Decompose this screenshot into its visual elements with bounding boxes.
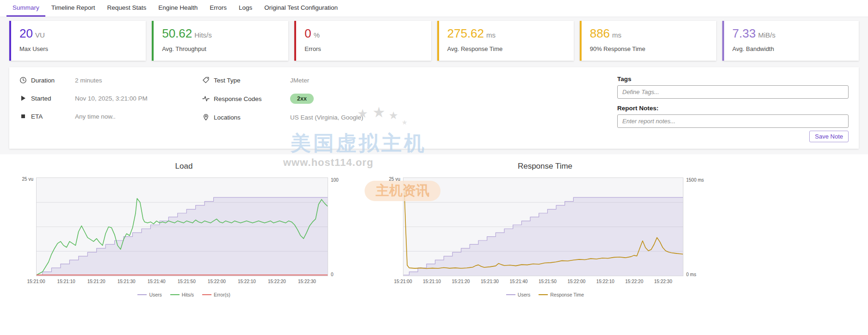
report-notes-input[interactable] xyxy=(617,114,849,128)
card-unit: % xyxy=(314,31,320,39)
tab-engine-health[interactable]: Engine Health xyxy=(152,0,204,17)
load-y-axis-left: 25 vu xyxy=(14,177,36,277)
card-avg-bandwidth: 7.33MiB/s Avg. Bandwidth xyxy=(722,21,859,61)
card-90pct-response-time: 886ms 90% Response Time xyxy=(580,21,716,61)
test-type-value: JMeter xyxy=(290,77,309,84)
x-tick-label: 15:21:50 xyxy=(178,279,196,284)
test-info-panel: Duration 2 minutes Started Nov 10, 2025,… xyxy=(9,67,859,149)
tab-timeline-report[interactable]: Timeline Report xyxy=(45,0,101,17)
clock-icon xyxy=(19,76,27,84)
card-label: 90% Response Time xyxy=(590,45,708,52)
card-label: Avg. Throughput xyxy=(162,45,280,52)
x-tick-label: 15:22:30 xyxy=(654,279,672,284)
tab-summary[interactable]: Summary xyxy=(6,0,45,17)
card-unit: ms xyxy=(612,31,621,39)
tab-errors[interactable]: Errors xyxy=(204,0,233,17)
duration-row: Duration 2 minutes xyxy=(19,76,202,85)
legend-swatch xyxy=(506,294,515,295)
legend-swatch xyxy=(137,294,147,295)
response-x-axis: 15:21:0015:21:1015:21:2015:21:3015:21:40… xyxy=(403,279,683,285)
legend-item-response-time[interactable]: Response Time xyxy=(539,292,584,297)
card-errors: 0% Errors xyxy=(294,21,431,61)
card-label: Max Users xyxy=(19,45,137,52)
response-y-axis-right: 1500 ms 0 ms xyxy=(683,177,709,277)
report-tabbar: Summary Timeline Report Request Stats En… xyxy=(0,0,868,17)
load-chart-title: Load xyxy=(14,162,354,171)
card-value: 275.62 xyxy=(447,26,484,40)
report-notes-label: Report Notes: xyxy=(617,105,849,112)
started-row: Started Nov 10, 2025, 3:21:00 PM xyxy=(19,94,202,103)
legend-label: Users xyxy=(149,292,161,297)
save-note-button[interactable]: Save Note xyxy=(809,131,849,142)
response-plot-area[interactable] xyxy=(403,177,683,277)
tab-original-test-configuration[interactable]: Original Test Configuration xyxy=(258,0,344,17)
card-label: Avg. Response Time xyxy=(447,45,565,52)
card-value: 0 xyxy=(304,26,311,40)
legend-label: Hits/s xyxy=(182,292,194,297)
info-column-config: Test Type JMeter Response Codes 2xx Loca… xyxy=(202,76,394,142)
legend-label: Response Time xyxy=(550,292,584,297)
card-unit: VU xyxy=(35,31,45,39)
response-y-axis-left: 25 vu xyxy=(381,177,403,277)
card-unit: MiB/s xyxy=(758,31,775,39)
x-tick-label: 15:22:30 xyxy=(298,279,316,284)
legend-item-hits-s[interactable]: Hits/s xyxy=(170,292,194,297)
locations-row: Locations US East (Virginia, Google) xyxy=(202,113,394,122)
card-avg-response-time: 275.62ms Avg. Response Time xyxy=(437,21,574,61)
response-codes-row: Response Codes 2xx xyxy=(202,94,394,104)
load-plot-area[interactable] xyxy=(36,177,328,277)
legend-item-error-s-[interactable]: Error(s) xyxy=(202,292,230,297)
tab-request-stats[interactable]: Request Stats xyxy=(101,0,153,17)
duration-value: 2 minutes xyxy=(75,77,102,84)
charts-section: Load 25 vu 100 0 15:21:0015:21:1015:21:2… xyxy=(0,154,868,335)
tags-input[interactable] xyxy=(617,85,849,99)
legend-item-users[interactable]: Users xyxy=(137,292,161,297)
x-tick-label: 15:22:20 xyxy=(268,279,286,284)
response-codes-label: Response Codes xyxy=(214,95,290,102)
x-tick-label: 15:21:30 xyxy=(118,279,136,284)
legend-swatch xyxy=(170,294,180,295)
card-label: Avg. Bandwidth xyxy=(732,45,850,52)
kpi-cards-row: 20VU Max Users 50.62Hits/s Avg. Throughp… xyxy=(0,17,868,66)
duration-label: Duration xyxy=(31,77,75,84)
response-code-badge[interactable]: 2xx xyxy=(290,94,314,104)
test-type-row: Test Type JMeter xyxy=(202,76,394,85)
card-avg-throughput: 50.62Hits/s Avg. Throughput xyxy=(152,21,288,61)
legend-label: Users xyxy=(518,292,530,297)
legend-item-users[interactable]: Users xyxy=(506,292,530,297)
x-tick-label: 15:22:20 xyxy=(625,279,643,284)
x-tick-label: 15:21:20 xyxy=(87,279,105,284)
response-chart-title: Response Time xyxy=(381,162,709,171)
locations-label: Locations xyxy=(214,114,290,121)
load-legend: UsersHits/sError(s) xyxy=(14,292,354,297)
card-value: 50.62 xyxy=(162,26,192,40)
card-value: 7.33 xyxy=(732,26,756,40)
tag-icon xyxy=(202,76,210,84)
load-y-axis-right: 100 0 xyxy=(328,177,354,277)
eta-row: ETA Any time now.. xyxy=(19,112,202,121)
x-tick-label: 15:21:20 xyxy=(452,279,470,284)
response-time-chart: Response Time 25 vu 1500 ms 0 ms 15:21:0… xyxy=(381,159,709,312)
legend-swatch xyxy=(539,294,548,295)
card-unit: ms xyxy=(486,31,496,39)
x-tick-label: 15:21:40 xyxy=(148,279,166,284)
legend-label: Error(s) xyxy=(214,292,230,297)
x-tick-label: 15:22:10 xyxy=(238,279,256,284)
activity-icon xyxy=(202,95,210,102)
card-value: 886 xyxy=(590,26,610,40)
card-unit: Hits/s xyxy=(194,31,212,39)
x-tick-label: 15:22:10 xyxy=(596,279,614,284)
x-tick-label: 15:22:00 xyxy=(208,279,226,284)
x-tick-label: 15:21:00 xyxy=(394,279,412,284)
x-tick-label: 15:21:00 xyxy=(27,279,45,284)
card-max-users: 20VU Max Users xyxy=(9,21,146,61)
tags-label: Tags xyxy=(617,76,849,82)
x-tick-label: 15:21:50 xyxy=(539,279,557,284)
tab-logs[interactable]: Logs xyxy=(233,0,258,17)
card-label: Errors xyxy=(304,45,422,52)
play-icon xyxy=(19,95,27,102)
locations-value: US East (Virginia, Google) xyxy=(290,114,363,121)
card-value: 20 xyxy=(19,26,33,40)
started-value: Nov 10, 2025, 3:21:00 PM xyxy=(75,95,148,102)
load-x-axis: 15:21:0015:21:1015:21:2015:21:3015:21:40… xyxy=(36,279,328,285)
